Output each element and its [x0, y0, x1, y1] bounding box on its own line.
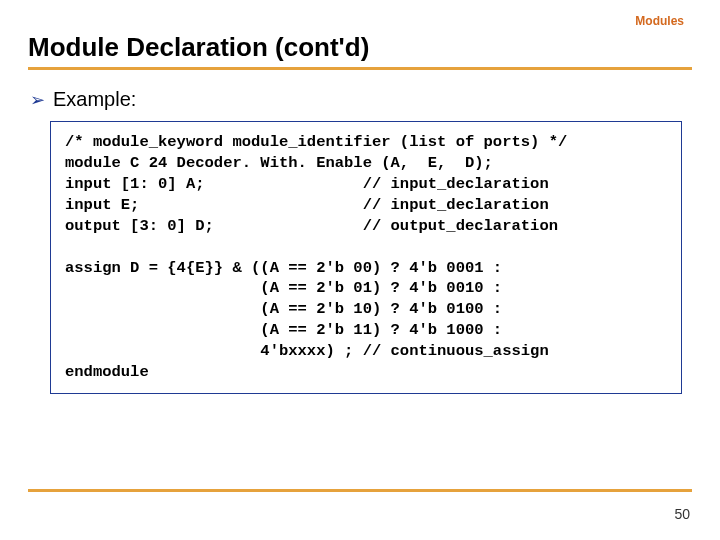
chevron-right-icon: ➢	[30, 91, 45, 109]
code-line: (A == 2'b 11) ? 4'b 1000 :	[65, 321, 502, 339]
code-line: 4'bxxxx) ; // continuous_assign	[65, 342, 549, 360]
title-divider	[28, 67, 692, 70]
section-label: Modules	[635, 14, 684, 28]
slide: Modules Module Declaration (cont'd) ➢ Ex…	[0, 0, 720, 540]
footer-divider	[28, 489, 692, 492]
code-line: input [1: 0] A; // input_declaration	[65, 175, 549, 193]
bullet-label: Example:	[53, 88, 136, 111]
code-block: /* module_keyword module_identifier (lis…	[50, 121, 682, 394]
code-line: endmodule	[65, 363, 149, 381]
code-line: output [3: 0] D; // output_declaration	[65, 217, 558, 235]
code-line: (A == 2'b 10) ? 4'b 0100 :	[65, 300, 502, 318]
page-title: Module Declaration (cont'd)	[28, 32, 692, 63]
code-line: module C 24 Decoder. With. Enable (A, E,…	[65, 154, 493, 172]
code-line: (A == 2'b 01) ? 4'b 0010 :	[65, 279, 502, 297]
code-line: input E; // input_declaration	[65, 196, 549, 214]
code-line: assign D = {4{E}} & ((A == 2'b 00) ? 4'b…	[65, 259, 502, 277]
code-line: /* module_keyword module_identifier (lis…	[65, 133, 567, 151]
example-bullet: ➢ Example:	[30, 88, 692, 111]
page-number: 50	[674, 506, 690, 522]
